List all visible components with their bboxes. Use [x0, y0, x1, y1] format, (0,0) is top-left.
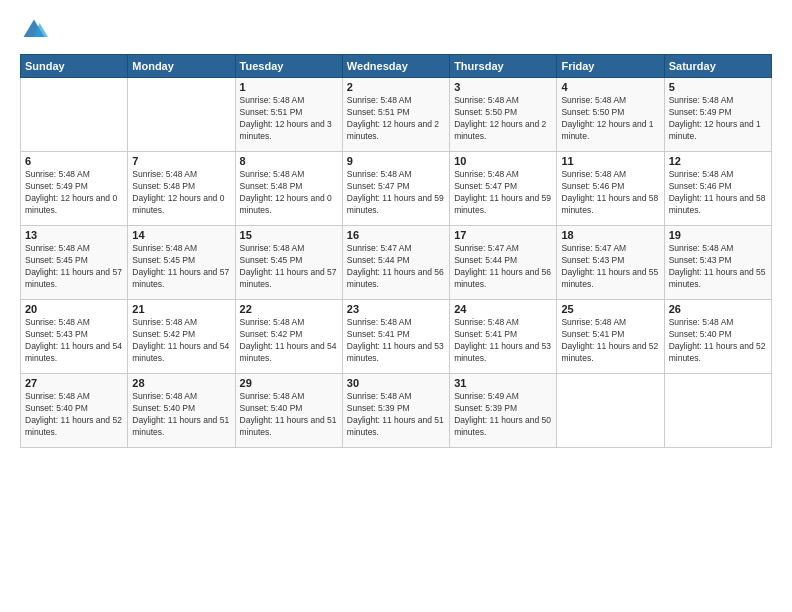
day-number: 17	[454, 229, 552, 241]
day-cell: 9 Sunrise: 5:48 AM Sunset: 5:47 PM Dayli…	[342, 152, 449, 226]
day-info: Sunrise: 5:48 AM Sunset: 5:46 PM Dayligh…	[669, 169, 767, 217]
day-cell: 21 Sunrise: 5:48 AM Sunset: 5:42 PM Dayl…	[128, 300, 235, 374]
day-number: 21	[132, 303, 230, 315]
day-cell	[664, 374, 771, 448]
day-number: 1	[240, 81, 338, 93]
header-row: SundayMondayTuesdayWednesdayThursdayFrid…	[21, 55, 772, 78]
day-cell: 13 Sunrise: 5:48 AM Sunset: 5:45 PM Dayl…	[21, 226, 128, 300]
day-info: Sunrise: 5:48 AM Sunset: 5:47 PM Dayligh…	[454, 169, 552, 217]
day-cell: 1 Sunrise: 5:48 AM Sunset: 5:51 PM Dayli…	[235, 78, 342, 152]
day-number: 9	[347, 155, 445, 167]
day-info: Sunrise: 5:48 AM Sunset: 5:45 PM Dayligh…	[25, 243, 123, 291]
day-cell: 26 Sunrise: 5:48 AM Sunset: 5:40 PM Dayl…	[664, 300, 771, 374]
day-info: Sunrise: 5:47 AM Sunset: 5:44 PM Dayligh…	[347, 243, 445, 291]
day-info: Sunrise: 5:48 AM Sunset: 5:42 PM Dayligh…	[132, 317, 230, 365]
day-cell: 31 Sunrise: 5:49 AM Sunset: 5:39 PM Dayl…	[450, 374, 557, 448]
col-header-thursday: Thursday	[450, 55, 557, 78]
day-info: Sunrise: 5:48 AM Sunset: 5:43 PM Dayligh…	[25, 317, 123, 365]
day-cell	[557, 374, 664, 448]
day-info: Sunrise: 5:48 AM Sunset: 5:43 PM Dayligh…	[669, 243, 767, 291]
day-info: Sunrise: 5:48 AM Sunset: 5:50 PM Dayligh…	[561, 95, 659, 143]
day-info: Sunrise: 5:48 AM Sunset: 5:47 PM Dayligh…	[347, 169, 445, 217]
day-cell: 12 Sunrise: 5:48 AM Sunset: 5:46 PM Dayl…	[664, 152, 771, 226]
day-info: Sunrise: 5:48 AM Sunset: 5:40 PM Dayligh…	[240, 391, 338, 439]
day-info: Sunrise: 5:48 AM Sunset: 5:51 PM Dayligh…	[347, 95, 445, 143]
day-cell: 19 Sunrise: 5:48 AM Sunset: 5:43 PM Dayl…	[664, 226, 771, 300]
day-cell	[21, 78, 128, 152]
day-number: 31	[454, 377, 552, 389]
day-cell: 2 Sunrise: 5:48 AM Sunset: 5:51 PM Dayli…	[342, 78, 449, 152]
day-info: Sunrise: 5:48 AM Sunset: 5:46 PM Dayligh…	[561, 169, 659, 217]
day-info: Sunrise: 5:48 AM Sunset: 5:40 PM Dayligh…	[669, 317, 767, 365]
col-header-wednesday: Wednesday	[342, 55, 449, 78]
day-number: 11	[561, 155, 659, 167]
day-cell: 17 Sunrise: 5:47 AM Sunset: 5:44 PM Dayl…	[450, 226, 557, 300]
day-cell: 14 Sunrise: 5:48 AM Sunset: 5:45 PM Dayl…	[128, 226, 235, 300]
day-info: Sunrise: 5:48 AM Sunset: 5:49 PM Dayligh…	[669, 95, 767, 143]
day-cell: 18 Sunrise: 5:47 AM Sunset: 5:43 PM Dayl…	[557, 226, 664, 300]
day-number: 12	[669, 155, 767, 167]
day-cell: 20 Sunrise: 5:48 AM Sunset: 5:43 PM Dayl…	[21, 300, 128, 374]
day-cell: 15 Sunrise: 5:48 AM Sunset: 5:45 PM Dayl…	[235, 226, 342, 300]
day-number: 22	[240, 303, 338, 315]
day-number: 3	[454, 81, 552, 93]
week-row-5: 27 Sunrise: 5:48 AM Sunset: 5:40 PM Dayl…	[21, 374, 772, 448]
day-cell: 3 Sunrise: 5:48 AM Sunset: 5:50 PM Dayli…	[450, 78, 557, 152]
day-info: Sunrise: 5:48 AM Sunset: 5:48 PM Dayligh…	[132, 169, 230, 217]
day-cell: 29 Sunrise: 5:48 AM Sunset: 5:40 PM Dayl…	[235, 374, 342, 448]
day-cell: 4 Sunrise: 5:48 AM Sunset: 5:50 PM Dayli…	[557, 78, 664, 152]
calendar-table: SundayMondayTuesdayWednesdayThursdayFrid…	[20, 54, 772, 448]
day-number: 6	[25, 155, 123, 167]
day-info: Sunrise: 5:47 AM Sunset: 5:44 PM Dayligh…	[454, 243, 552, 291]
day-info: Sunrise: 5:49 AM Sunset: 5:39 PM Dayligh…	[454, 391, 552, 439]
day-cell: 24 Sunrise: 5:48 AM Sunset: 5:41 PM Dayl…	[450, 300, 557, 374]
day-cell	[128, 78, 235, 152]
day-number: 20	[25, 303, 123, 315]
day-number: 30	[347, 377, 445, 389]
day-cell: 5 Sunrise: 5:48 AM Sunset: 5:49 PM Dayli…	[664, 78, 771, 152]
day-number: 7	[132, 155, 230, 167]
week-row-4: 20 Sunrise: 5:48 AM Sunset: 5:43 PM Dayl…	[21, 300, 772, 374]
day-number: 27	[25, 377, 123, 389]
day-number: 28	[132, 377, 230, 389]
day-number: 29	[240, 377, 338, 389]
day-info: Sunrise: 5:48 AM Sunset: 5:48 PM Dayligh…	[240, 169, 338, 217]
day-cell: 22 Sunrise: 5:48 AM Sunset: 5:42 PM Dayl…	[235, 300, 342, 374]
day-number: 19	[669, 229, 767, 241]
day-info: Sunrise: 5:48 AM Sunset: 5:41 PM Dayligh…	[454, 317, 552, 365]
day-info: Sunrise: 5:48 AM Sunset: 5:50 PM Dayligh…	[454, 95, 552, 143]
day-info: Sunrise: 5:48 AM Sunset: 5:45 PM Dayligh…	[240, 243, 338, 291]
week-row-1: 1 Sunrise: 5:48 AM Sunset: 5:51 PM Dayli…	[21, 78, 772, 152]
day-info: Sunrise: 5:48 AM Sunset: 5:42 PM Dayligh…	[240, 317, 338, 365]
col-header-saturday: Saturday	[664, 55, 771, 78]
day-cell: 23 Sunrise: 5:48 AM Sunset: 5:41 PM Dayl…	[342, 300, 449, 374]
day-cell: 10 Sunrise: 5:48 AM Sunset: 5:47 PM Dayl…	[450, 152, 557, 226]
day-number: 4	[561, 81, 659, 93]
week-row-3: 13 Sunrise: 5:48 AM Sunset: 5:45 PM Dayl…	[21, 226, 772, 300]
logo-icon	[20, 16, 48, 44]
day-number: 16	[347, 229, 445, 241]
header	[20, 16, 772, 44]
week-row-2: 6 Sunrise: 5:48 AM Sunset: 5:49 PM Dayli…	[21, 152, 772, 226]
day-number: 2	[347, 81, 445, 93]
day-number: 25	[561, 303, 659, 315]
day-cell: 11 Sunrise: 5:48 AM Sunset: 5:46 PM Dayl…	[557, 152, 664, 226]
day-cell: 28 Sunrise: 5:48 AM Sunset: 5:40 PM Dayl…	[128, 374, 235, 448]
day-cell: 25 Sunrise: 5:48 AM Sunset: 5:41 PM Dayl…	[557, 300, 664, 374]
day-info: Sunrise: 5:48 AM Sunset: 5:40 PM Dayligh…	[132, 391, 230, 439]
day-number: 24	[454, 303, 552, 315]
day-cell: 8 Sunrise: 5:48 AM Sunset: 5:48 PM Dayli…	[235, 152, 342, 226]
day-info: Sunrise: 5:48 AM Sunset: 5:45 PM Dayligh…	[132, 243, 230, 291]
day-cell: 16 Sunrise: 5:47 AM Sunset: 5:44 PM Dayl…	[342, 226, 449, 300]
day-info: Sunrise: 5:47 AM Sunset: 5:43 PM Dayligh…	[561, 243, 659, 291]
day-info: Sunrise: 5:48 AM Sunset: 5:49 PM Dayligh…	[25, 169, 123, 217]
day-number: 10	[454, 155, 552, 167]
day-cell: 7 Sunrise: 5:48 AM Sunset: 5:48 PM Dayli…	[128, 152, 235, 226]
day-info: Sunrise: 5:48 AM Sunset: 5:39 PM Dayligh…	[347, 391, 445, 439]
day-cell: 30 Sunrise: 5:48 AM Sunset: 5:39 PM Dayl…	[342, 374, 449, 448]
day-number: 14	[132, 229, 230, 241]
day-number: 8	[240, 155, 338, 167]
day-cell: 27 Sunrise: 5:48 AM Sunset: 5:40 PM Dayl…	[21, 374, 128, 448]
day-number: 23	[347, 303, 445, 315]
day-info: Sunrise: 5:48 AM Sunset: 5:41 PM Dayligh…	[561, 317, 659, 365]
